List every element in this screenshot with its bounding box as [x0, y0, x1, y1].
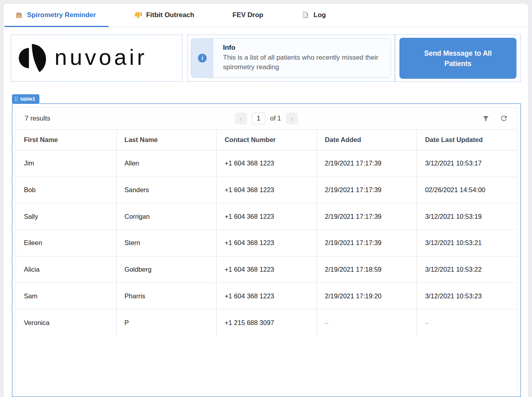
tab-fitbit-outreach[interactable]: Fitbit Outreach — [134, 11, 194, 19]
table-cell: +1 604 368 1223 — [216, 177, 317, 203]
table-cell: 3/12/2021 10:53:19 — [417, 203, 517, 230]
table-cell: +1 604 368 1223 — [216, 230, 317, 256]
table-cell: Veronica — [16, 309, 116, 336]
thumbs-down-icon — [134, 11, 142, 19]
next-page-button[interactable]: › — [286, 113, 298, 125]
table-cell: +1 604 368 1223 — [216, 150, 317, 177]
table-cell: +1 215 688 3097 — [216, 309, 317, 336]
pagination: ‹ of 1 › — [235, 113, 298, 125]
column-header[interactable]: Date Last Updated — [417, 130, 517, 150]
table-cell: +1 604 368 1223 — [216, 283, 317, 309]
nuvoair-logo-mark — [16, 41, 48, 75]
nuvoair-logo: nuvoair — [16, 41, 178, 75]
tab-label: Fitbit Outreach — [146, 11, 194, 19]
svg-text:nuvoair: nuvoair — [55, 45, 147, 70]
table-cell: Eileen — [16, 230, 116, 256]
column-header[interactable]: Contact Number — [216, 130, 317, 150]
info-widget[interactable]: i Info This is a list of all patients wh… — [187, 35, 395, 82]
tab-log[interactable]: Log — [301, 11, 326, 19]
table-cell: Goldberg — [116, 257, 217, 283]
table-widget-tag[interactable]: table1 — [12, 94, 39, 103]
send-message-button[interactable]: Send Message to All Patients — [399, 38, 516, 79]
table-cell: Corrigan — [116, 203, 217, 230]
table-row[interactable]: BobSanders+1 604 368 12232/19/2021 17:17… — [16, 177, 517, 204]
log-pages-icon — [301, 11, 309, 19]
table-cell: +1 604 368 1223 — [216, 257, 317, 283]
table-cell: 3/12/2021 10:53:17 — [417, 150, 517, 177]
table-widget-name: table1 — [20, 96, 35, 102]
drag-handle-icon — [15, 96, 18, 101]
table-cell: Allen — [116, 150, 217, 177]
table-cell: 02/26/2021 14:54:00 — [417, 177, 517, 203]
active-tab-underline — [4, 26, 109, 27]
tab-fev-drop[interactable]: FEV Drop — [233, 11, 263, 19]
filter-icon[interactable] — [482, 115, 489, 122]
table-toolbar: 7 results ‹ of 1 › — [16, 107, 517, 130]
table-cell: 3/12/2021 10:53:23 — [417, 283, 517, 309]
table-header-row: First NameLast NameContact NumberDate Ad… — [16, 130, 517, 150]
patients-table-widget: 7 results ‹ of 1 › — [12, 103, 521, 397]
tab-bar: Spirometry Reminder Fitbit Outreach FEV … — [4, 4, 528, 27]
info-callout: i Info This is a list of all patients wh… — [191, 38, 391, 78]
table-cell: Jim — [16, 150, 116, 177]
table-cell: 2/19/2021 17:17:39 — [317, 150, 417, 177]
table-body: JimAllen+1 604 368 12232/19/2021 17:17:3… — [16, 150, 517, 336]
table-cell: 3/12/2021 10:53:21 — [417, 230, 517, 256]
table-row[interactable]: VeronicaP+1 215 688 3097–– — [16, 309, 517, 336]
send-button-widget: Send Message to All Patients — [395, 35, 521, 82]
tab-label: Log — [313, 11, 326, 19]
column-header[interactable]: Last Name — [116, 130, 217, 150]
app-page: Spirometry Reminder Fitbit Outreach FEV … — [0, 0, 532, 397]
table-cell: 2/19/2021 17:17:39 — [317, 230, 417, 256]
page-count-label: of 1 — [270, 115, 281, 122]
table-row[interactable]: JimAllen+1 604 368 12232/19/2021 17:17:3… — [16, 150, 517, 177]
table-cell: 3/12/2021 10:53:22 — [417, 257, 517, 283]
logo-widget[interactable]: nuvoair — [11, 35, 182, 82]
table-cell: 2/19/2021 17:17:39 — [317, 177, 417, 203]
table-cell: +1 604 368 1223 — [216, 203, 317, 230]
info-icon: i — [198, 54, 207, 62]
table-cell: Sanders — [116, 177, 217, 203]
table-cell: Stern — [116, 230, 217, 256]
prev-page-button[interactable]: ‹ — [235, 113, 247, 125]
table-cell: – — [417, 309, 517, 336]
table-row[interactable]: AliciaGoldberg+1 604 368 12232/19/2021 1… — [16, 257, 517, 283]
tab-label: Spirometry Reminder — [27, 11, 96, 19]
column-header[interactable]: First Name — [16, 130, 116, 150]
info-body: This is a list of all patients who recen… — [223, 53, 384, 72]
nuvoair-logo-wordmark: nuvoair — [55, 44, 178, 72]
column-header[interactable]: Date Added — [317, 130, 417, 150]
table-cell: P — [116, 309, 217, 336]
table-cell: Bob — [16, 177, 116, 203]
table-cell: Sam — [16, 283, 116, 309]
page-number-input[interactable] — [252, 113, 265, 125]
patients-table: 7 results ‹ of 1 › — [16, 107, 517, 393]
table-row[interactable]: SamPharris+1 604 368 12232/19/2021 17:19… — [16, 283, 517, 309]
tab-spirometry-reminder[interactable]: Spirometry Reminder — [15, 11, 96, 19]
table-cell: Pharris — [116, 283, 217, 309]
table-cell: 2/19/2021 17:19:20 — [317, 283, 417, 309]
table-toolbar-icons — [482, 114, 508, 123]
table-cell: 2/19/2021 17:18:59 — [317, 257, 417, 283]
refresh-icon[interactable] — [500, 114, 508, 123]
table-row[interactable]: SallyCorrigan+1 604 368 12232/19/2021 17… — [16, 203, 517, 230]
table-cell: Sally — [16, 203, 116, 230]
info-title: Info — [223, 44, 384, 52]
table-row[interactable]: EileenStern+1 604 368 12232/19/2021 17:1… — [16, 230, 517, 257]
card-index-icon — [15, 11, 23, 19]
info-callout-strip: i — [191, 39, 213, 78]
tab-label: FEV Drop — [233, 11, 263, 19]
table-cell: – — [317, 309, 417, 336]
table-cell: 2/19/2021 17:17:39 — [317, 203, 417, 230]
info-callout-content: Info This is a list of all patients who … — [213, 39, 391, 78]
results-count: 7 results — [25, 115, 50, 123]
table-cell: Alicia — [16, 257, 116, 283]
